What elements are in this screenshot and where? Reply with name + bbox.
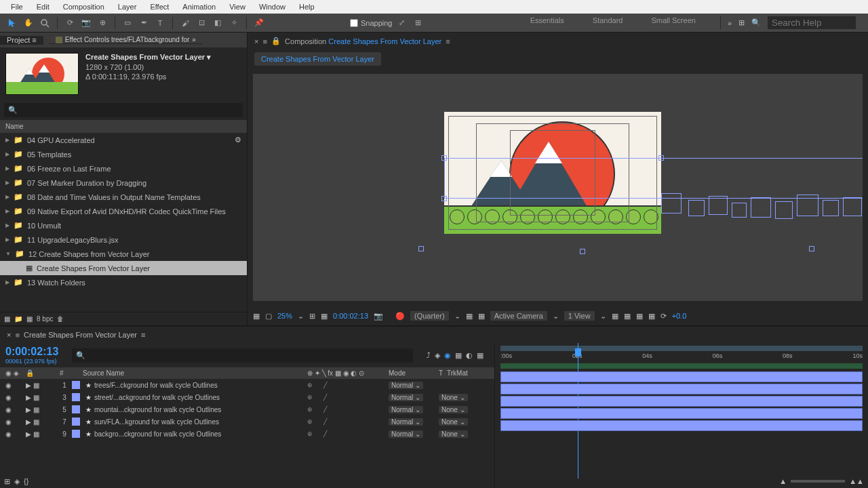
workspace-essentials[interactable]: Essentials: [526, 16, 568, 29]
new-comp-icon[interactable]: ▦: [26, 315, 33, 323]
lock-icon[interactable]: 🔒: [271, 37, 281, 45]
zoom-tool-icon[interactable]: [38, 16, 52, 30]
toggle2-icon[interactable]: ▦: [478, 312, 485, 321]
tl-close-icon[interactable]: ×: [7, 331, 11, 339]
rect-tool-icon[interactable]: ▭: [121, 16, 134, 30]
tl-3d-icon[interactable]: ▦: [477, 351, 484, 360]
project-item-selected[interactable]: ▦Create Shapes From Vector Layer: [0, 261, 247, 275]
tl-motionblur-icon[interactable]: ◉: [444, 351, 451, 360]
quality-select[interactable]: (Quarter): [410, 311, 449, 321]
tl-graph-icon[interactable]: ▦: [455, 351, 462, 360]
snap-option1-icon[interactable]: ⤢: [395, 16, 409, 30]
tl-aa-icon[interactable]: ◐: [466, 351, 473, 360]
tl-toggle1-icon[interactable]: ⊞: [4, 477, 10, 486]
zoom-out-icon[interactable]: ▲: [779, 477, 787, 485]
trash-icon[interactable]: 🗑: [57, 315, 64, 323]
project-name-col[interactable]: Name: [0, 120, 247, 133]
view-select[interactable]: 1 View: [564, 311, 595, 321]
menu-view[interactable]: View: [222, 3, 252, 11]
safe-icon[interactable]: ▦: [321, 312, 328, 321]
timeline-panel: × ■ Create Shapes From Vector Layer ≡ 0:…: [0, 325, 868, 488]
v4-icon[interactable]: ▦: [648, 312, 655, 321]
current-time[interactable]: 0:00:02:13: [333, 312, 368, 320]
tl-frameblend-icon[interactable]: ◈: [435, 351, 440, 360]
comp-canvas[interactable]: [444, 112, 661, 234]
pen-tool-icon[interactable]: ✒: [137, 16, 151, 30]
camera-select[interactable]: Active Camera: [490, 311, 547, 321]
menu-layer[interactable]: Layer: [111, 3, 144, 11]
zoom-in-icon[interactable]: ▲▲: [849, 477, 864, 485]
layer-row[interactable]: ◉▶ ▦9★backgro...ckground for walk cycle …: [0, 428, 494, 440]
timeline-timecode[interactable]: 0:00:02:13: [5, 346, 58, 358]
workspace-smallscreen[interactable]: Small Screen: [647, 16, 699, 29]
snapping-checkbox[interactable]: [350, 19, 358, 27]
zoom-level[interactable]: 25%: [277, 312, 292, 320]
menu-window[interactable]: Window: [252, 3, 292, 11]
menu-effect[interactable]: Effect: [143, 3, 176, 11]
timeline-search[interactable]: 🔍: [72, 348, 413, 363]
time-ruler[interactable]: :00s02s 04s06s 08s10s: [495, 343, 868, 370]
project-search[interactable]: 🔍: [4, 103, 243, 117]
brush-tool-icon[interactable]: 🖌: [178, 16, 192, 30]
v1-icon[interactable]: ▦: [612, 312, 618, 321]
menu-file[interactable]: File: [4, 3, 30, 11]
eraser-tool-icon[interactable]: ◧: [211, 16, 224, 30]
project-item[interactable]: ▶📁10 Unmult: [0, 218, 247, 232]
tl-compshy-icon[interactable]: ⤴: [427, 351, 431, 360]
layer-row[interactable]: ◉▶ ▦1★trees/F...ckground for walk cycle …: [0, 379, 494, 391]
rotation-tool-icon[interactable]: ⟳: [63, 16, 77, 30]
camera-tool-icon[interactable]: 📷: [79, 16, 93, 30]
main-menu[interactable]: File Edit Composition Layer Effect Anima…: [0, 0, 868, 14]
workspace-overflow-icon[interactable]: »: [728, 19, 732, 27]
menu-animation[interactable]: Animation: [176, 3, 222, 11]
alpha-icon[interactable]: ▢: [265, 312, 272, 321]
bpc-label[interactable]: 8 bpc: [37, 315, 53, 323]
timeline-tab[interactable]: Create Shapes From Vector Layer: [24, 331, 137, 339]
selection-tool-icon[interactable]: [5, 16, 19, 30]
project-item[interactable]: ▶📁11 UpgradeLegacyBlurs.jsx: [0, 232, 247, 247]
menu-composition[interactable]: Composition: [56, 3, 111, 11]
menu-edit[interactable]: Edit: [30, 3, 56, 11]
project-tab[interactable]: Project ≡: [0, 36, 43, 45]
layer-row[interactable]: ◉▶ ▦7★sun/FLA...kground for walk cycle O…: [0, 415, 494, 428]
close-panel-icon[interactable]: ×: [254, 37, 258, 45]
text-tool-icon[interactable]: T: [153, 16, 167, 30]
snap-option2-icon[interactable]: ⊞: [412, 16, 425, 30]
project-item[interactable]: ▶📁13 Watch Folders: [0, 275, 247, 289]
search-input[interactable]: [768, 16, 856, 29]
res-icon[interactable]: ⊞: [309, 312, 315, 321]
layer-row[interactable]: ◉▶ ▦5★mountai...ckground for walk cycle …: [0, 403, 494, 415]
project-item[interactable]: ▶📁06 Freeze on Last Frame: [0, 161, 247, 176]
snapshot-icon[interactable]: 📷: [374, 312, 383, 321]
menu-help[interactable]: Help: [292, 3, 321, 11]
exposure[interactable]: +0.0: [672, 312, 687, 320]
composition-viewport[interactable]: [253, 74, 863, 301]
workspace-menu-icon[interactable]: ⊞: [738, 18, 745, 27]
v3-icon[interactable]: ▦: [636, 312, 643, 321]
toggle1-icon[interactable]: ▦: [466, 312, 473, 321]
mag-icon[interactable]: ▦: [253, 312, 260, 321]
new-folder-icon[interactable]: 📁: [14, 315, 22, 323]
layer-row[interactable]: ◉▶ ▦3★street/...ackground for walk cycle…: [0, 391, 494, 403]
hand-tool-icon[interactable]: ✋: [22, 16, 35, 30]
pan-behind-tool-icon[interactable]: ⊕: [96, 16, 109, 30]
channel-icon[interactable]: 🔴: [395, 312, 405, 321]
tl-toggle3-icon[interactable]: {}: [24, 477, 28, 485]
refresh-icon[interactable]: ⟳: [660, 312, 667, 321]
project-item[interactable]: ▶📁08 Date and Time Values in Output Name…: [0, 190, 247, 204]
tl-toggle2-icon[interactable]: ◈: [14, 477, 20, 486]
comp-nav-pill[interactable]: Create Shapes From Vector Layer: [254, 52, 381, 66]
puppet-tool-icon[interactable]: 📌: [252, 16, 266, 30]
roto-tool-icon[interactable]: ✧: [227, 16, 241, 30]
project-item[interactable]: ▶📁07 Set Marker Duration by Dragging: [0, 176, 247, 190]
svg-point-0: [41, 20, 47, 25]
interpret-icon[interactable]: ▦: [4, 315, 10, 323]
clone-tool-icon[interactable]: ⊡: [195, 16, 208, 30]
effect-controls-tab[interactable]: Effect Controls trees/FLATbackground for…: [49, 36, 203, 44]
v2-icon[interactable]: ▦: [624, 312, 631, 321]
workspace-standard[interactable]: Standard: [589, 16, 627, 29]
project-item[interactable]: ▶📁05 Templates: [0, 147, 247, 161]
project-item[interactable]: ▼📁12 Create Shapes from Vector Layer: [0, 247, 247, 261]
project-item[interactable]: ▶📁09 Native Export of Avid DNxHD/HR Code…: [0, 204, 247, 218]
project-item[interactable]: ▶📁04 GPU Accelerated⚙: [0, 133, 247, 147]
